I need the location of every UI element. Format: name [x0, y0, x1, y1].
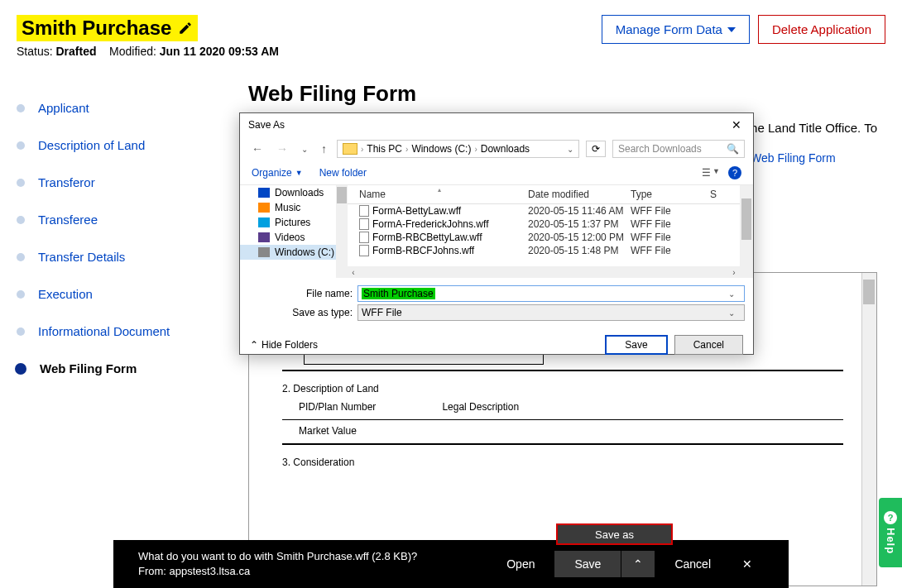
view-icon[interactable]: ☰ ▼	[702, 167, 720, 179]
file-date: 2020-05-15 11:46 AM	[528, 205, 631, 217]
cancel-button[interactable]: Cancel	[674, 335, 743, 355]
nav-dot-icon	[17, 104, 25, 112]
recent-caret-icon[interactable]: ⌄	[298, 143, 311, 155]
tree-label: Windows (C:)	[275, 246, 334, 258]
download-save-button[interactable]: Save	[554, 551, 621, 577]
file-date: 2020-05-15 1:48 PM	[528, 245, 631, 256]
save-as-dialog: Save As ✕ ← → ⌄ ↑ › This PC › Windows (C…	[239, 112, 754, 355]
save-as-menu-item[interactable]: Save as	[556, 523, 673, 545]
tree-label: Music	[275, 202, 300, 213]
tree-windows-c[interactable]: Windows (C:)	[240, 245, 348, 260]
search-placeholder: Search Downloads	[618, 143, 702, 155]
col-type[interactable]: Type	[631, 189, 710, 200]
file-row[interactable]: FormA-FrederickJohns.wff2020-05-15 1:37 …	[348, 218, 753, 231]
help-icon[interactable]: ?	[728, 166, 741, 179]
open-button[interactable]: Open	[487, 551, 554, 577]
tree-pictures[interactable]: Pictures	[240, 215, 348, 230]
status-label: Status:	[17, 45, 53, 58]
tree-downloads[interactable]: Downloads	[240, 185, 348, 200]
help-tab-label: Help	[885, 528, 897, 554]
nav-dot-icon	[17, 179, 25, 187]
scrollbar-thumb[interactable]	[863, 280, 875, 304]
sidebar-item-transferor[interactable]: Transferor	[17, 164, 207, 201]
refresh-icon[interactable]: ⟳	[586, 141, 606, 157]
pictures-icon	[258, 218, 270, 227]
help-tab[interactable]: ? Help	[879, 498, 902, 567]
organize-button[interactable]: Organize ▼	[252, 167, 303, 179]
sidebar-item-web-filing-form[interactable]: Web Filing Form	[17, 350, 207, 387]
nav-dot-icon	[17, 216, 25, 224]
saveas-type-value: WFF File	[362, 307, 402, 318]
back-arrow-icon[interactable]: ←	[248, 141, 266, 157]
file-type: WFF File	[631, 218, 710, 230]
tree-scrollbar[interactable]	[336, 185, 348, 278]
section-3-title: 3. Consideration	[282, 457, 843, 468]
file-row[interactable]: FormA-BettyLaw.wff2020-05-15 11:46 AMWFF…	[348, 204, 753, 218]
file-date: 2020-05-15 1:37 PM	[528, 218, 631, 230]
sidebar-item-label: Transfer Details	[38, 250, 125, 264]
tree-videos[interactable]: Videos	[240, 230, 348, 245]
file-date: 2020-05-15 12:00 PM	[528, 232, 631, 243]
breadcrumb[interactable]: › This PC › Windows (C:) › Downloads ⌄	[337, 140, 579, 158]
save-button[interactable]: Save	[605, 335, 667, 355]
bc-downloads[interactable]: Downloads	[481, 143, 530, 155]
download-cancel-button[interactable]: Cancel	[655, 551, 731, 577]
modified-value: Jun 11 2020 09:53 AM	[160, 45, 279, 58]
sidebar-item-label: Transferor	[38, 175, 95, 189]
download-close-icon[interactable]: ✕	[731, 551, 764, 577]
tree-scroll-thumb[interactable]	[337, 187, 347, 203]
filename-value: Smith Purchase	[362, 288, 435, 299]
sidebar-item-description-of-land[interactable]: Description of Land	[17, 127, 207, 164]
folder-icon	[343, 143, 357, 155]
tree-music[interactable]: Music	[240, 200, 348, 215]
col-date[interactable]: Date modified	[528, 189, 631, 200]
col-legal-label: Legal Description	[442, 401, 519, 413]
bc-this-pc[interactable]: This PC	[367, 143, 402, 155]
music-icon	[258, 203, 270, 213]
section-2-title: 2. Description of Land	[282, 383, 843, 394]
hide-folders-button[interactable]: ⌃ Hide Folders	[250, 339, 318, 351]
file-list: ▴Name Date modified Type S FormA-BettyLa…	[348, 185, 753, 278]
file-name: FormB-RBCFJohns.wff	[372, 245, 474, 256]
search-input[interactable]: Search Downloads 🔍	[612, 140, 745, 158]
file-list-vscroll[interactable]	[740, 185, 753, 278]
folder-tree: Downloads Music Pictures Videos Windows …	[240, 185, 348, 278]
filename-input[interactable]: Smith Purchase	[357, 285, 745, 302]
tree-label: Videos	[275, 232, 305, 243]
delete-application-button[interactable]: Delete Application	[758, 15, 885, 44]
dialog-title: Save As	[248, 119, 285, 131]
manage-form-data-button[interactable]: Manage Form Data	[602, 15, 750, 44]
status-line: Status: Drafted Modified: Jun 11 2020 09…	[17, 45, 279, 58]
nav-dot-icon	[15, 363, 26, 375]
filename-label: File name:	[290, 288, 353, 299]
videos-icon	[258, 232, 270, 242]
file-list-hscroll[interactable]: ‹›	[348, 266, 740, 278]
col-name[interactable]: ▴Name	[348, 189, 528, 200]
saveas-type-select[interactable]: WFF File	[357, 304, 745, 321]
file-row[interactable]: FormB-RBCFJohns.wff2020-05-15 1:48 PMWFF…	[348, 244, 753, 257]
caret-down-icon	[727, 27, 736, 32]
sidebar-item-informational-document[interactable]: Informational Document	[17, 313, 207, 350]
bc-windows-c[interactable]: Windows (C:)	[411, 143, 471, 155]
page-title: Web Filing Form	[248, 81, 877, 107]
sidebar-item-execution[interactable]: Execution	[17, 275, 207, 313]
close-icon[interactable]: ✕	[728, 118, 745, 131]
sidebar-item-label: Execution	[38, 287, 93, 301]
file-type: WFF File	[631, 205, 710, 217]
modified-label: Modified:	[109, 45, 156, 58]
web-filing-form-link[interactable]: Web Filing Form	[751, 151, 835, 165]
download-icon	[258, 188, 270, 198]
pencil-icon[interactable]	[178, 21, 193, 36]
scrollbar-track[interactable]	[861, 273, 876, 586]
sidebar-item-transfer-details[interactable]: Transfer Details	[17, 238, 207, 275]
vscroll-thumb[interactable]	[741, 198, 751, 240]
sidebar-item-transferee[interactable]: Transferee	[17, 201, 207, 238]
nav-dot-icon	[17, 327, 25, 336]
forward-arrow-icon[interactable]: →	[273, 141, 291, 157]
file-type: WFF File	[631, 232, 710, 243]
file-row[interactable]: FormB-RBCBettyLaw.wff2020-05-15 12:00 PM…	[348, 231, 753, 244]
sidebar-item-applicant[interactable]: Applicant	[17, 89, 207, 127]
up-arrow-icon[interactable]: ↑	[318, 141, 330, 157]
new-folder-button[interactable]: New folder	[319, 167, 367, 179]
save-dropdown-caret[interactable]: ⌃	[621, 551, 655, 577]
